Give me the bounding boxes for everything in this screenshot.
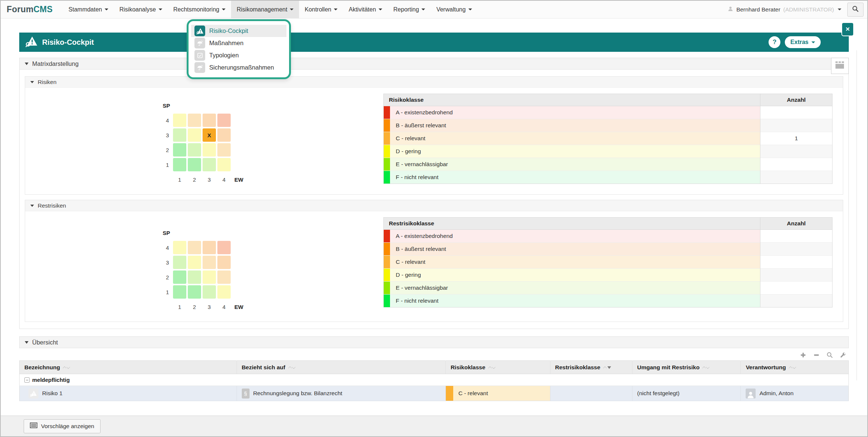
sort-icons <box>289 366 295 369</box>
menu-item-sicherungsma-nahmen[interactable]: Sicherungsmaßnahmen <box>191 61 286 74</box>
class-row-d-gering: D - gering <box>384 145 833 158</box>
collapse-group-icon[interactable]: − <box>24 377 30 383</box>
matrix-selected-cell: X <box>203 128 216 142</box>
sort-up-icon <box>789 366 792 370</box>
column-header-risikoklasse[interactable]: Risikoklasse <box>445 361 550 374</box>
collapse-caret-icon <box>30 81 34 83</box>
close-icon: ✕ <box>845 26 850 33</box>
class-row-a-existenzbedrohend: A - existenzbedrohend <box>384 106 833 119</box>
matrix-y-tick: 4 <box>163 245 172 251</box>
matrix-cell-sp3-ew4 <box>217 128 231 142</box>
matrix-cell-sp4-ew2 <box>188 114 201 127</box>
main-content: Risiko-Cockpit ? Extras ✕ Matrixdarstell… <box>1 33 867 401</box>
matrix-cell-sp4-ew1 <box>173 114 186 127</box>
class-label: C - relevant <box>390 132 760 145</box>
class-row-e-vernachl-ssigbar: E - vernachlässigbar <box>384 158 833 171</box>
sort-down-icon <box>492 365 495 369</box>
risikomanagement-dropdown: Risiko-CockpitMaßnahmenTypologienSicheru… <box>191 24 286 75</box>
collapse-caret-icon <box>30 205 34 207</box>
responsible-value: Admin, Anton <box>759 390 793 397</box>
matrix-cell-sp2-ew3 <box>203 143 216 157</box>
column-header-bezeichnung[interactable]: Bezeichnung <box>20 361 237 374</box>
vorschlaege-anzeigen-button[interactable]: Vorschläge anzeigen <box>24 419 101 433</box>
extras-button[interactable]: Extras <box>785 36 821 48</box>
menu-item-ma-nahmen[interactable]: Maßnahmen <box>191 37 286 49</box>
class-color-bar <box>384 243 390 256</box>
app-window: { "brand": { "name_plain": "Forum", "nam… <box>0 0 868 437</box>
sort-icons <box>789 366 796 369</box>
app-logo[interactable]: ForumCMS <box>7 4 52 14</box>
layout-toggle-button[interactable] <box>831 58 849 74</box>
add-icon[interactable] <box>800 352 807 359</box>
class-count <box>760 145 833 158</box>
matrixdarstellung-body: Risiken SP 43X211234EW Risikoklasse Anza… <box>19 70 849 329</box>
nav-item-risikoanalyse[interactable]: Risikoanalyse <box>114 1 168 19</box>
remove-icon[interactable] <box>813 352 820 359</box>
class-color-bar <box>384 171 390 184</box>
class-count <box>760 106 833 119</box>
class-row-b-u-erst-relevant: B - äußerst relevant <box>384 119 833 132</box>
menu-item-risiko-cockpit[interactable]: Risiko-Cockpit <box>191 25 286 37</box>
restrisiken-header[interactable]: Restrisiken <box>25 200 843 211</box>
list-icon <box>30 423 37 430</box>
matrix-y-axis-label: SP <box>163 102 248 109</box>
matrix-x-tick: 3 <box>203 304 216 310</box>
nav-item-risikomanagement[interactable]: Risikomanagement <box>231 1 299 19</box>
column-header-verantwortung[interactable]: Verantwortung <box>741 361 849 374</box>
column-header-anzahl: Anzahl <box>760 218 833 230</box>
class-color-bar <box>384 295 390 307</box>
search-button[interactable] <box>847 3 864 17</box>
matrixdarstellung-header[interactable]: Matrixdarstellung <box>19 58 849 70</box>
nav-item-kontrollen[interactable]: Kontrollen <box>299 1 343 19</box>
close-page-button[interactable]: ✕ <box>841 22 854 36</box>
nav-item-reporting[interactable]: Reporting <box>388 1 431 19</box>
nav-item-aktivit-ten[interactable]: Aktivitäten <box>343 1 388 19</box>
search-icon[interactable] <box>826 352 833 359</box>
class-label: D - gering <box>390 145 760 158</box>
column-header-umgang-mit-restrisiko[interactable]: Umgang mit Restrisiko <box>632 361 741 374</box>
class-label: F - nicht relevant <box>390 171 760 184</box>
column-header-restrisikoklasse[interactable]: Restrisikoklasse <box>550 361 632 374</box>
user-menu[interactable]: Bernhard Berater (ADMINISTRATOR) <box>728 6 841 13</box>
risk-matrix: SP 43X211234EW <box>163 102 248 186</box>
user-icon <box>728 6 733 13</box>
chevron-down-icon <box>379 9 382 10</box>
class-count <box>760 243 833 256</box>
matrix-y-axis-label: SP <box>163 230 248 236</box>
panel-restrisiken: Restrisiken SP 43211234EW Restrisikoklas… <box>25 200 843 322</box>
content-right-rule <box>857 50 857 380</box>
uebersicht-table: BezeichnungBezieht sich aufRisikoklasseR… <box>19 360 849 401</box>
vorschlaege-label: Vorschläge anzeigen <box>41 423 94 430</box>
column-header-bezieht-sich-auf[interactable]: Bezieht sich auf <box>237 361 445 374</box>
settings-wrench-icon[interactable] <box>840 352 847 359</box>
class-row-c-relevant: C - relevant <box>384 256 833 269</box>
nav-item-label: Aktivitäten <box>349 6 376 13</box>
risk-class-table: Risikoklasse Anzahl A - existenzbedrohen… <box>383 94 833 184</box>
nav-item-verwaltung[interactable]: Verwaltung <box>431 1 477 19</box>
help-button[interactable]: ? <box>769 36 780 48</box>
group-label: meldepflichtig <box>32 377 70 383</box>
matrix-cell-sp2-ew2 <box>188 143 201 157</box>
uebersicht-header[interactable]: Übersicht <box>19 336 849 348</box>
class-label: B - äußerst relevant <box>390 119 760 132</box>
matrix-cell-sp4-ew1 <box>173 241 186 254</box>
table-row-risiko-1[interactable]: Risiko 1 § Rechnungslegung bzw. Bilanzre… <box>20 386 849 401</box>
nav-item-stammdaten[interactable]: Stammdaten <box>63 1 114 19</box>
menu-item-label: Maßnahmen <box>209 40 244 47</box>
risk-class-color-bar <box>446 386 453 401</box>
column-header-label: Umgang mit Restrisiko <box>637 364 700 370</box>
sort-up-icon <box>288 366 292 370</box>
menu-item-typologien[interactable]: Typologien <box>191 49 286 61</box>
nav-item-rechtsmonitoring[interactable]: Rechtsmonitoring <box>168 1 231 19</box>
matrix-y-tick: 3 <box>163 259 172 266</box>
class-color-bar <box>384 282 390 295</box>
column-header-label: Bezieht sich auf <box>242 364 285 370</box>
risk-name: Risiko 1 <box>42 390 62 397</box>
sort-down-icon <box>67 365 70 369</box>
sort-icons <box>604 366 611 369</box>
column-header-label: Restrisikoklasse <box>555 364 600 370</box>
risiken-header[interactable]: Risiken <box>25 77 843 88</box>
risk-cockpit-icon <box>25 35 38 49</box>
matrix-cell-sp2-ew4 <box>217 143 231 157</box>
class-color-bar <box>384 106 390 119</box>
